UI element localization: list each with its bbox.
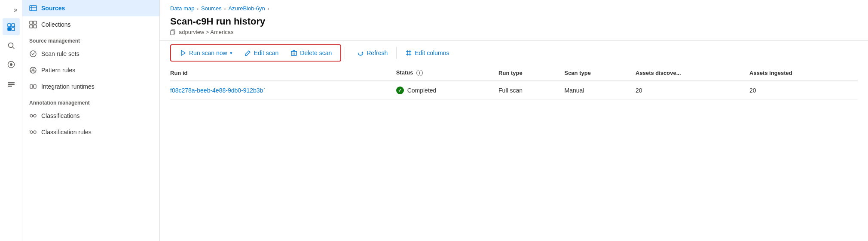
page-title: Scan-c9H run history: [170, 16, 858, 27]
svg-rect-10: [8, 86, 12, 87]
breadcrumb-sources[interactable]: Sources: [201, 5, 222, 12]
col-header-status[interactable]: Status i: [396, 65, 498, 81]
svg-rect-9: [8, 84, 15, 85]
cell-assets-ingested: 20: [749, 81, 858, 100]
svg-point-18: [30, 51, 36, 57]
col-header-scan-type[interactable]: Scan type: [564, 65, 636, 81]
svg-marker-35: [181, 50, 185, 56]
svg-line-5: [12, 47, 14, 49]
breadcrumb-sep-2: ›: [224, 6, 226, 11]
sidebar-item-scan-rule-sets[interactable]: Scan rule sets: [22, 46, 159, 62]
sidebar-item-collections[interactable]: Collections: [22, 16, 159, 33]
cell-run-type: Full scan: [498, 81, 564, 100]
cell-status: Completed: [396, 81, 498, 100]
refresh-icon: [357, 49, 364, 56]
run-id-link[interactable]: f08c278a-beeb-4e88-9db0-912b3b`: [170, 87, 265, 94]
delete-scan-button[interactable]: Delete scan: [285, 47, 337, 59]
columns-icon: [405, 49, 412, 56]
page-header: Scan-c9H run history adpurview > America…: [160, 14, 868, 40]
svg-point-7: [10, 63, 12, 66]
svg-point-31: [34, 131, 36, 133]
scan-history-table: Run id Status i Run type Scan type Asset…: [170, 65, 858, 100]
svg-point-27: [30, 114, 33, 117]
play-icon: [180, 49, 186, 56]
svg-rect-34: [171, 31, 174, 35]
edit-scan-label: Edit scan: [254, 49, 279, 56]
table-container: Run id Status i Run type Scan type Asset…: [160, 65, 868, 241]
sidebar-item-integration-runtimes[interactable]: Integration runtimes: [22, 78, 159, 95]
col-header-assets-ingested[interactable]: Assets ingested: [749, 65, 858, 81]
edit-columns-label: Edit columns: [415, 49, 449, 56]
delete-scan-label: Delete scan: [300, 49, 332, 56]
icon-bar: »: [0, 0, 22, 241]
breadcrumb: Data map › Sources › AzureBlob-6yn ›: [160, 0, 868, 14]
toolbar-divider-1: [345, 47, 345, 59]
sidebar-label-classifications: Classifications: [41, 112, 79, 119]
delete-icon: [290, 49, 297, 56]
edit-icon: [245, 49, 251, 56]
sidebar: Sources Collections Source management Sc…: [22, 0, 160, 241]
sidebar-label-classification-rules: Classification rules: [41, 129, 92, 136]
sidebar-item-classification-rules[interactable]: Classification rules: [22, 124, 159, 140]
breadcrumb-sep-1: ›: [197, 6, 199, 11]
cell-run-id: f08c278a-beeb-4e88-9db0-912b3b`: [170, 81, 396, 100]
main-content: Data map › Sources › AzureBlob-6yn › Sca…: [160, 0, 868, 241]
svg-rect-25: [34, 85, 36, 88]
run-scan-now-button[interactable]: Run scan now ▾: [174, 47, 238, 59]
col-header-run-id[interactable]: Run id: [170, 65, 396, 81]
edit-columns-button[interactable]: Edit columns: [400, 47, 454, 59]
source-management-header: Source management: [22, 33, 159, 46]
status-completed-icon: [396, 87, 404, 94]
svg-rect-17: [34, 25, 37, 28]
sidebar-label-pattern-rules: Pattern rules: [41, 67, 75, 74]
svg-rect-8: [8, 82, 15, 83]
refresh-button[interactable]: Refresh: [352, 47, 393, 59]
svg-rect-14: [30, 21, 33, 24]
sidebar-item-pattern-rules[interactable]: Pattern rules: [22, 62, 159, 78]
run-scan-now-label: Run scan now: [189, 49, 227, 56]
sidebar-label-sources: Sources: [41, 5, 65, 12]
toolbar-highlighted-group: Run scan now ▾ Edit scan: [170, 44, 341, 62]
svg-rect-0: [8, 24, 11, 27]
svg-point-4: [8, 43, 13, 48]
cell-scan-type: Manual: [564, 81, 636, 100]
refresh-label: Refresh: [367, 49, 388, 56]
collapse-icon[interactable]: »: [11, 3, 20, 16]
cell-assets-discovered: 20: [636, 81, 749, 100]
nav-icon-search[interactable]: [3, 37, 20, 54]
col-header-run-type[interactable]: Run type: [498, 65, 564, 81]
sidebar-label-integration-runtimes: Integration runtimes: [41, 83, 95, 90]
svg-point-28: [34, 114, 36, 117]
breadcrumb-datamap[interactable]: Data map: [170, 5, 194, 12]
nav-icon-insights[interactable]: [3, 56, 20, 73]
svg-rect-1: [12, 24, 15, 27]
svg-rect-24: [30, 85, 33, 88]
toolbar-refresh-group: Refresh: [352, 47, 393, 59]
annotation-management-header: Annotation management: [22, 95, 159, 108]
copy-icon: [170, 29, 176, 35]
status-label: Completed: [407, 87, 437, 94]
sidebar-item-sources[interactable]: Sources: [22, 0, 159, 16]
svg-rect-11: [30, 6, 37, 11]
toolbar: Run scan now ▾ Edit scan: [160, 40, 868, 65]
breadcrumb-azureblob[interactable]: AzureBlob-6yn: [228, 5, 265, 12]
col-header-assets-discovered[interactable]: Assets discove...: [636, 65, 749, 81]
subtitle-text: adpurview > Americas: [179, 29, 234, 35]
breadcrumb-sep-3: ›: [268, 6, 269, 11]
sidebar-label-scan-rule-sets: Scan rule sets: [41, 50, 79, 57]
edit-scan-button[interactable]: Edit scan: [239, 47, 284, 59]
svg-rect-16: [30, 25, 33, 28]
svg-rect-2: [8, 28, 11, 31]
run-scan-chevron: ▾: [230, 50, 232, 56]
svg-rect-3: [12, 28, 15, 31]
toolbar-divider-2: [396, 47, 397, 59]
nav-icon-management[interactable]: [3, 75, 20, 92]
page-subtitle: adpurview > Americas: [170, 29, 858, 35]
sidebar-item-classifications[interactable]: Classifications: [22, 108, 159, 124]
table-row: f08c278a-beeb-4e88-9db0-912b3b` Complete…: [170, 81, 858, 100]
nav-icon-collection[interactable]: [3, 18, 20, 35]
svg-rect-36: [291, 51, 296, 56]
sidebar-label-collections: Collections: [41, 21, 70, 28]
svg-rect-15: [34, 21, 37, 24]
status-info-icon[interactable]: i: [416, 70, 423, 76]
